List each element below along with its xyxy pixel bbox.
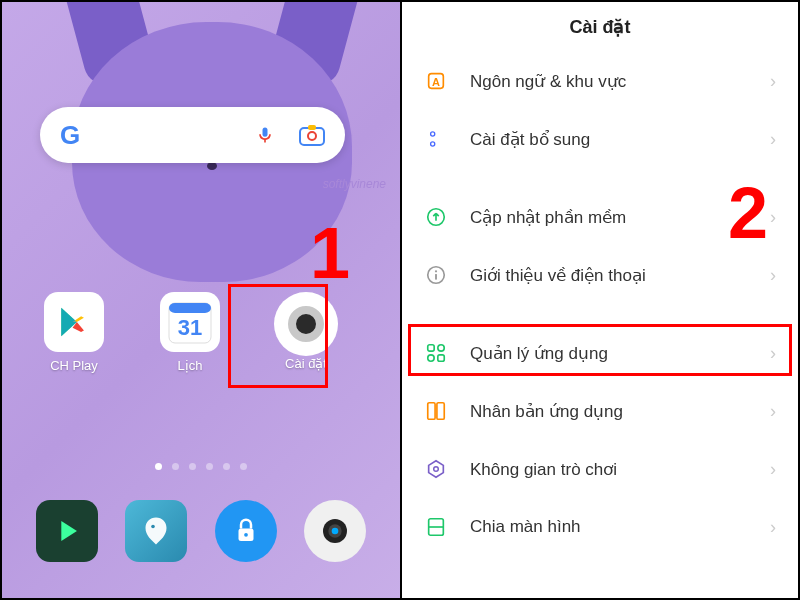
chevron-right-icon: ›: [770, 129, 776, 150]
google-logo-icon: G: [60, 120, 80, 151]
update-icon: [424, 205, 448, 229]
chevron-right-icon: ›: [770, 401, 776, 422]
svg-text:A: A: [432, 76, 440, 88]
svg-point-6: [151, 525, 155, 529]
item-label: Giới thiệu về điện thoại: [470, 265, 770, 286]
step-number-1: 1: [310, 212, 350, 294]
info-icon: [424, 263, 448, 287]
split-screen-icon: [424, 515, 448, 539]
page-indicator[interactable]: [155, 463, 247, 470]
dock-app-3[interactable]: [215, 500, 277, 562]
settings-item-about[interactable]: Giới thiệu về điện thoại ›: [402, 246, 798, 304]
page-title: Cài đặt: [402, 2, 798, 52]
item-label: Nhân bản ứng dụng: [470, 401, 770, 422]
game-icon: [424, 457, 448, 481]
home-screen: softlyvinene G CH Play 31 Lịch: [2, 2, 400, 598]
svg-text:31: 31: [178, 315, 202, 340]
calendar-icon: 31: [160, 292, 220, 352]
item-label: Không gian trò chơi: [470, 459, 770, 480]
svg-rect-25: [437, 403, 444, 420]
tutorial-highlight-1: [228, 284, 328, 388]
additional-icon: [424, 127, 448, 151]
app-calendar[interactable]: 31 Lịch: [152, 292, 228, 373]
app-label: Lịch: [178, 358, 203, 373]
wallpaper-watermark: softlyvinene: [323, 177, 386, 191]
chevron-right-icon: ›: [770, 517, 776, 538]
svg-rect-1: [308, 125, 316, 130]
chevron-right-icon: ›: [770, 71, 776, 92]
svg-point-11: [332, 528, 339, 535]
item-label: Cập nhật phần mềm: [470, 207, 770, 228]
svg-rect-19: [435, 274, 437, 280]
step-number-2: 2: [728, 172, 768, 254]
svg-rect-24: [428, 403, 435, 420]
google-search-bar[interactable]: G: [40, 107, 345, 163]
chevron-right-icon: ›: [770, 459, 776, 480]
language-icon: A: [424, 69, 448, 93]
app-label: CH Play: [50, 358, 98, 373]
svg-point-2: [308, 132, 316, 140]
svg-point-18: [435, 270, 437, 272]
mic-icon[interactable]: [255, 123, 275, 147]
dock-app-1[interactable]: [36, 500, 98, 562]
dock: [2, 500, 400, 568]
play-store-icon: [44, 292, 104, 352]
item-label: Cài đặt bổ sung: [470, 129, 770, 150]
lens-icon[interactable]: [299, 124, 325, 146]
clone-icon: [424, 399, 448, 423]
svg-point-26: [434, 467, 439, 472]
dock-app-4[interactable]: [304, 500, 366, 562]
settings-item-language[interactable]: A Ngôn ngữ & khu vực ›: [402, 52, 798, 110]
settings-item-clone[interactable]: Nhân bản ứng dụng ›: [402, 382, 798, 440]
settings-item-additional[interactable]: Cài đặt bổ sung ›: [402, 110, 798, 168]
svg-point-15: [431, 142, 435, 146]
item-label: Chia màn hình: [470, 517, 770, 537]
chevron-right-icon: ›: [770, 265, 776, 286]
svg-rect-4: [169, 303, 211, 313]
tutorial-highlight-2: [408, 324, 792, 376]
svg-point-8: [244, 533, 248, 537]
svg-point-14: [431, 132, 435, 136]
dock-app-2[interactable]: [125, 500, 187, 562]
chevron-right-icon: ›: [770, 207, 776, 228]
item-label: Ngôn ngữ & khu vực: [470, 71, 770, 92]
settings-item-split-screen[interactable]: Chia màn hình ›: [402, 498, 798, 556]
settings-screen: Cài đặt A Ngôn ngữ & khu vực › Cài đặt b…: [400, 2, 798, 598]
svg-rect-0: [300, 128, 324, 145]
app-ch-play[interactable]: CH Play: [36, 292, 112, 373]
settings-item-game-space[interactable]: Không gian trò chơi ›: [402, 440, 798, 498]
